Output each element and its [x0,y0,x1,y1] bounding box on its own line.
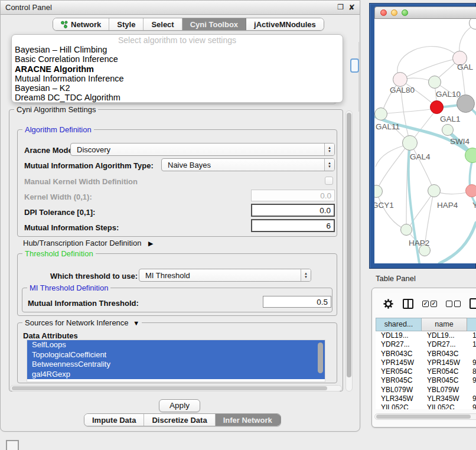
tab-infer-network[interactable]: Infer Network [216,414,281,426]
minimized-panel-icon[interactable] [6,440,19,450]
dropdown-item-mutual-information[interactable]: Mutual Information Inference [12,74,343,83]
expander-right-icon: ▶ [148,240,153,247]
obscured-focused-spinner [350,58,359,73]
node-gal11[interactable] [374,107,387,120]
dropdown-placeholder: Select algorithm to view settings [12,36,343,45]
node-gal1-selected[interactable] [430,100,444,114]
node-swi4[interactable] [442,124,454,136]
minimize-traffic-light-icon[interactable] [391,9,397,16]
algorithm-definition-title: Algorithm Definition [22,125,94,134]
close-traffic-light-icon[interactable] [380,9,387,16]
select-all-columns-icon[interactable]: ✓ ✓ [422,301,437,307]
control-panel-titlebar: Control Panel ❐ ✘ [1,1,360,15]
dropdown-item-bayesian-k2[interactable]: Bayesian – K2 [12,83,343,93]
attr-item-selfloops[interactable]: SelfLoops [27,340,325,350]
settings-vscrollbar-thumb[interactable] [347,113,351,377]
sources-title[interactable]: Sources for Network Inference ▼ [22,318,142,328]
dropdown-item-dream8[interactable]: Dream8 DC_TDC Algorithm [12,93,343,102]
node-gal10[interactable] [428,76,441,89]
table-row[interactable]: YBR043CYBR043C [376,350,476,358]
which-threshold-combo[interactable]: MI Threshold ▲▼ [139,269,311,282]
node-bright-green[interactable] [465,148,476,163]
apply-button[interactable]: Apply [159,399,200,412]
gear-icon[interactable] [383,298,394,309]
hub-expander[interactable]: Hub/Transcription Factor Definition ▶ [23,239,153,247]
tab-select[interactable]: Select [144,18,182,30]
mi-algorithm-type-combo[interactable]: Naive Bayes ▲▼ [161,158,335,171]
settings-hscrollbar-thumb[interactable] [12,386,327,390]
table-row[interactable]: YPR145WYPR145W9. [376,358,476,367]
float-window-icon[interactable]: ❐ [337,2,344,12]
mi-steps-label: Mutual Information Steps: [24,223,119,232]
aracne-mode-combo[interactable]: Discovery ▲▼ [70,143,335,156]
deselect-all-columns-icon[interactable] [446,301,461,307]
split-view-icon[interactable] [403,299,413,309]
dropdown-item-bayesian-hill-climbing[interactable]: Bayesian – Hill Climbing [12,45,343,54]
mi-steps-field[interactable]: 6 [251,219,335,232]
table-hscrollbar-thumb[interactable] [376,415,471,419]
close-window-icon[interactable]: ✘ [348,2,355,12]
table-row[interactable]: YBR045CYBR045C9. [376,376,476,385]
label-gal4: GAL4 [410,152,431,161]
mi-threshold-definition-title: MI Threshold Definition [27,283,110,292]
mi-algorithm-type-label: Mutual Information Algorithm Type: [24,161,154,170]
tab-cyni-toolbox[interactable]: Cyni Toolbox [182,18,246,30]
attr-item-topologicalcoefficient[interactable]: TopologicalCoefficient [27,350,325,360]
zoom-traffic-light-icon[interactable] [402,9,408,16]
screen: Control Panel ❐ ✘ Network [0,0,476,450]
column-header-shared[interactable]: shared... [376,318,422,331]
network-view-window: GAL GAL80 GAL10 GAL1 GAL11 SWI4 GAL4 GCY… [369,3,476,269]
document-icon[interactable] [470,298,476,309]
aracne-mode-label: Aracne Mode: [24,146,75,155]
tab-style[interactable]: Style [109,18,144,30]
settings-group-title: Cyni Algorithm Settings [14,105,98,114]
manual-kernel-label: Manual Kernel Width Definition [24,177,138,186]
dpi-tolerance-field[interactable]: 0.0 [251,204,335,217]
tab-discretize-data[interactable]: Discretize Data [144,414,215,426]
node-gal80[interactable] [393,72,407,87]
label-gal-partial: GAL [457,63,473,71]
table-hscrollbar[interactable] [374,413,476,420]
mi-threshold-field[interactable]: 0.5 [263,296,331,308]
attr-list-scrollbar[interactable] [318,343,323,373]
node-hap4[interactable] [428,184,441,197]
settings-hscrollbar[interactable] [10,385,342,392]
label-hap2: HAP2 [409,239,429,247]
table-row[interactable]: YER054CYER054C8. [376,367,476,376]
node-gal4[interactable] [402,135,418,151]
label-y-partial: Y [472,201,476,210]
attr-item-gal4rgexp[interactable]: gal4RGexp [27,370,325,380]
table-row[interactable]: YDR27...YDR27...12 [376,340,476,349]
obscured-groupbox-edge [358,42,359,112]
combo-spinner-icon[interactable]: ▲▼ [324,159,334,171]
combo-spinner-icon[interactable]: ▲▼ [324,144,334,155]
dropdown-item-basic-correlation[interactable]: Basic Correlation Inference [12,54,343,64]
settings-vscrollbar[interactable] [345,110,353,392]
column-header-cut[interactable] [467,318,476,331]
mi-threshold-label: Mutual Information Threshold: [28,299,139,308]
tab-jactivemnodules[interactable]: jActiveMNodules [246,18,324,30]
attr-item-betweennesscentrality[interactable]: BetweennessCentrality [27,360,325,370]
data-attributes-list: SelfLoops TopologicalCoefficient Between… [27,340,325,382]
network-window-titlebar[interactable] [374,6,476,19]
top-tab-bar: Network Style Select Cyni Toolbox jActiv… [53,18,324,31]
table-row[interactable]: YLR345WYLR345W9. [376,394,476,403]
tab-network[interactable]: Network [53,18,109,30]
kernel-width-label: Kernel Width (0,1): [24,193,92,201]
node-hap2[interactable] [400,224,412,236]
label-gcy1: GCY1 [374,201,394,210]
combo-spinner-icon[interactable]: ▲▼ [301,269,311,281]
column-header-name[interactable]: name [422,318,467,331]
table-row[interactable]: YIL052CYIL052C9 [376,403,476,409]
network-canvas[interactable]: GAL GAL80 GAL10 GAL1 GAL11 SWI4 GAL4 GCY… [374,19,476,263]
label-gal10: GAL10 [436,90,461,99]
label-gal1: GAL1 [440,115,461,123]
tab-impute-data[interactable]: Impute Data [84,414,144,426]
table-row[interactable]: YBL079WYBL079W [376,386,476,394]
table-toolbar: ✓ ✓ [374,293,476,314]
table-row[interactable]: YDL19...YDL19...13 [376,331,476,340]
dropdown-item-aracne[interactable]: ARACNE Algorithm [12,64,343,74]
checked-box-icon: ✓ [422,301,429,307]
node-salmon[interactable] [465,184,476,197]
table-panel-window: ✓ ✓ shared... name YDL19...YDL19...13 YD… [371,288,476,428]
